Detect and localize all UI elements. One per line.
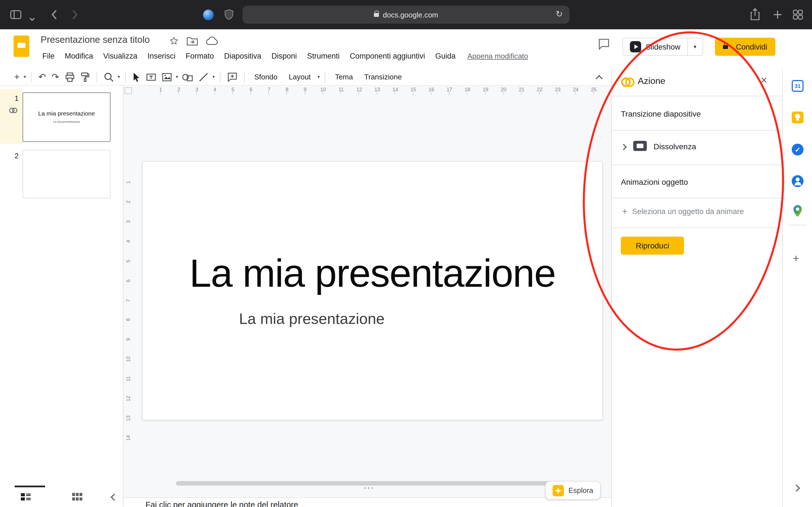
share-page-icon[interactable] bbox=[750, 8, 760, 23]
new-slide-dropdown[interactable]: ▾ bbox=[22, 74, 27, 79]
document-title[interactable]: Presentazione senza titolo bbox=[41, 34, 150, 45]
select-tool-icon[interactable] bbox=[130, 72, 143, 82]
back-button-icon[interactable] bbox=[51, 10, 57, 22]
v-ruler: 1234567891011121314 bbox=[124, 172, 133, 448]
grid-view-icon[interactable] bbox=[72, 492, 82, 504]
last-edit-link[interactable]: Appena modificato bbox=[467, 52, 528, 60]
zoom-icon[interactable] bbox=[101, 72, 117, 82]
new-slide-button[interactable]: + bbox=[11, 71, 22, 82]
insert-comment-icon[interactable] bbox=[224, 72, 240, 82]
selected-slide-gutter bbox=[0, 89, 22, 144]
menu-disponi[interactable]: Disponi bbox=[266, 50, 302, 62]
edit-toolbar: + ▾ ↶ ↷ ▾ ▾ ▾ bbox=[0, 69, 611, 86]
address-bar[interactable]: docs.google.com ↻ bbox=[243, 6, 569, 24]
screen: docs.google.com ↻ Presentazione senza ti… bbox=[0, 0, 812, 507]
theme-button[interactable]: Tema bbox=[329, 73, 359, 81]
redo-icon[interactable]: ↷ bbox=[49, 71, 62, 82]
calendar-icon[interactable]: 31 bbox=[792, 80, 804, 92]
insert-line-icon[interactable] bbox=[196, 72, 211, 82]
transition-indicator-icon[interactable] bbox=[9, 106, 17, 116]
star-icon[interactable] bbox=[169, 36, 179, 48]
slideshow-label: Slideshow bbox=[646, 43, 680, 51]
notes-resize-handle[interactable]: ●●● bbox=[359, 486, 379, 490]
strip-divider bbox=[788, 225, 807, 225]
maps-icon[interactable] bbox=[793, 205, 805, 216]
slide-1-number: 1 bbox=[15, 95, 18, 103]
menu-visualizza[interactable]: Visualizza bbox=[98, 50, 142, 62]
text-box-icon[interactable] bbox=[143, 72, 159, 82]
collapse-filmstrip-icon[interactable] bbox=[110, 494, 117, 501]
slide-title-text[interactable]: La mia presentazione bbox=[143, 251, 602, 296]
slide-transition-section-label: Transizione diapositive bbox=[621, 109, 701, 118]
browser-extension-icon[interactable] bbox=[203, 10, 214, 20]
motion-panel-title: Azione bbox=[638, 76, 665, 86]
forward-button-icon[interactable] bbox=[72, 10, 79, 22]
speaker-notes-placeholder: Fai clic per aggiungere le note del rela… bbox=[146, 500, 298, 507]
insert-image-icon[interactable] bbox=[159, 72, 175, 82]
transition-button[interactable]: Transizione bbox=[359, 73, 407, 81]
menu-modifica[interactable]: Modifica bbox=[60, 50, 98, 62]
share-button[interactable]: Condividi bbox=[715, 38, 775, 56]
motion-panel: Azione × Transizione diapositive Dissolv… bbox=[611, 69, 782, 507]
sidebar-toggle-icon[interactable] bbox=[10, 10, 21, 21]
slide-filmstrip: 1 La mia presentazione La mia presentazi… bbox=[0, 86, 123, 507]
move-to-folder-icon[interactable] bbox=[187, 36, 198, 48]
transition-type-label[interactable]: Dissolvenza bbox=[654, 142, 696, 151]
slideshow-dropdown[interactable]: ▾ bbox=[687, 38, 702, 55]
chevron-down-icon[interactable] bbox=[29, 13, 35, 24]
reload-icon[interactable]: ↻ bbox=[556, 9, 563, 19]
background-button[interactable]: Sfondo bbox=[249, 73, 283, 81]
layout-button[interactable]: Layout bbox=[283, 73, 316, 81]
print-icon[interactable] bbox=[62, 72, 78, 82]
layout-dropdown[interactable]: ▾ bbox=[316, 74, 321, 79]
add-animation-label: Seleziona un oggetto da animare bbox=[632, 207, 744, 216]
paint-format-icon[interactable] bbox=[78, 72, 93, 82]
close-icon[interactable]: × bbox=[761, 74, 767, 86]
plus-icon: + bbox=[622, 207, 627, 216]
speaker-notes-bar[interactable]: Fai clic per aggiungere le note del rela… bbox=[123, 497, 611, 507]
slide-thumbnail-2[interactable] bbox=[22, 150, 110, 198]
collapse-toolbar-icon[interactable] bbox=[596, 75, 603, 82]
play-animations-button[interactable]: Riproduci bbox=[621, 237, 684, 255]
filmstrip-view-indicator bbox=[15, 486, 45, 487]
new-tab-icon[interactable] bbox=[772, 10, 783, 22]
undo-icon[interactable]: ↶ bbox=[36, 71, 49, 82]
menu-formato[interactable]: Formato bbox=[181, 50, 219, 62]
explore-icon bbox=[553, 485, 564, 496]
slide-thumbnail-1[interactable]: La mia presentazione La mia presentazion… bbox=[22, 93, 110, 142]
menu-file[interactable]: File bbox=[37, 50, 60, 62]
menu-strumenti[interactable]: Strumenti bbox=[302, 50, 345, 62]
menu-guida[interactable]: Guida bbox=[430, 50, 461, 62]
slideshow-button[interactable]: Slideshow ▾ bbox=[622, 38, 703, 56]
slide-2-number: 2 bbox=[15, 152, 18, 160]
slides-logo-icon[interactable] bbox=[13, 36, 29, 57]
cloud-status-icon[interactable] bbox=[206, 37, 218, 47]
slide-editor[interactable]: La mia presentazione La mia presentazion… bbox=[142, 161, 603, 420]
menu-componenti-aggiuntivi[interactable]: Componenti aggiuntivi bbox=[345, 50, 430, 62]
menu-inserisci[interactable]: Inserisci bbox=[142, 50, 181, 62]
comments-icon[interactable] bbox=[598, 38, 610, 52]
collapse-notes-icon[interactable] bbox=[793, 485, 800, 492]
slide-canvas-area: 1234567891011121314151617181920212223242… bbox=[123, 86, 611, 507]
explore-button[interactable]: Esplora bbox=[545, 481, 601, 500]
menu-diapositiva[interactable]: Diapositiva bbox=[219, 50, 266, 62]
zoom-dropdown[interactable]: ▾ bbox=[117, 74, 121, 79]
add-addon-icon[interactable]: + bbox=[793, 252, 799, 265]
expand-transition-icon[interactable] bbox=[620, 144, 627, 151]
browser-toolbar: docs.google.com ↻ bbox=[0, 0, 812, 29]
h-ruler: 1234567891011121314151617181920212223242… bbox=[152, 87, 603, 95]
filmstrip-view-icon[interactable] bbox=[20, 492, 32, 504]
insert-shape-icon[interactable] bbox=[179, 72, 196, 81]
slide-subtitle-text[interactable]: La mia presentazione bbox=[160, 311, 464, 328]
contacts-icon[interactable] bbox=[792, 175, 804, 187]
tab-overview-icon[interactable] bbox=[793, 10, 803, 22]
tasks-icon[interactable]: ✓ bbox=[792, 144, 804, 156]
share-lock-icon bbox=[723, 45, 728, 49]
line-dropdown[interactable]: ▾ bbox=[211, 74, 216, 79]
keep-icon[interactable] bbox=[792, 112, 804, 123]
shield-extension-icon[interactable] bbox=[224, 9, 234, 22]
share-label: Condividi bbox=[736, 43, 767, 51]
horizontal-scrollbar[interactable] bbox=[176, 481, 593, 486]
image-dropdown[interactable]: ▾ bbox=[175, 74, 179, 79]
add-animation-button[interactable]: + Seleziona un oggetto da animare bbox=[622, 207, 744, 216]
